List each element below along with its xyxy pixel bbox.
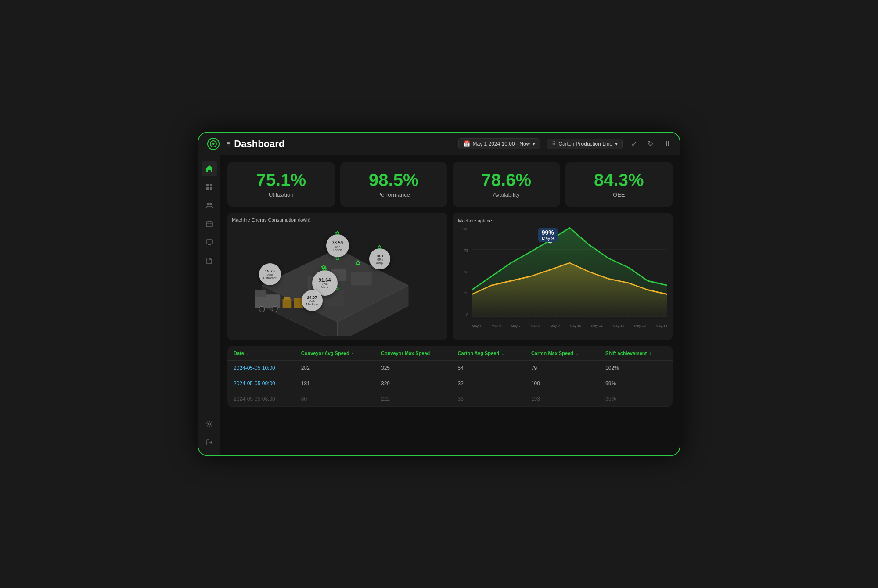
kpi-card-utilization: 75.1% Utilization bbox=[227, 162, 335, 207]
production-line-selector[interactable]: ⠿ Carton Production Line ▾ bbox=[547, 139, 623, 149]
x-label-0: May 5 bbox=[472, 324, 482, 328]
sidebar bbox=[198, 155, 220, 455]
machine5-label: Machine bbox=[306, 303, 318, 306]
svg-rect-24 bbox=[283, 299, 292, 308]
y-axis: 100 75 50 25 0 bbox=[458, 227, 470, 317]
tooltip-value: 99% bbox=[542, 229, 554, 236]
soap-spark-icon: ✿ bbox=[377, 244, 382, 251]
row2-date[interactable]: 2024-05-05 09:00 bbox=[227, 376, 295, 391]
pause-icon[interactable]: ⏸ bbox=[662, 138, 673, 150]
performance-label: Performance bbox=[378, 191, 410, 198]
kpi-card-availability: 78.6% Availability bbox=[453, 162, 560, 207]
row2-cart-avg: 32 bbox=[451, 376, 525, 391]
expand-icon[interactable]: ⤢ bbox=[630, 138, 639, 150]
row1-conv-avg: 282 bbox=[295, 361, 375, 376]
row1-shift: 102% bbox=[599, 361, 673, 376]
sidebar-item-files[interactable] bbox=[202, 253, 217, 269]
factory-floor-container: ✿ ✿ ✿ ✿ ✿ ✿ 78.59 kWh bbox=[232, 226, 443, 336]
carton-unit: kWh bbox=[335, 245, 341, 248]
carton-value: 78.59 bbox=[332, 240, 343, 245]
data-table: Date ↓ Conveyor Avg Speed · Conveyor Max… bbox=[227, 346, 673, 407]
svg-rect-11 bbox=[206, 240, 212, 244]
table-row: 2024-05-05 08:00 80 222 33 193 95% bbox=[227, 391, 673, 407]
x-axis: May 5 May 6 May 7 May 8 May 9 May 10 May… bbox=[472, 324, 667, 328]
table-row: 2024-05-05 09:00 181 329 32 100 99% bbox=[227, 376, 673, 391]
main-content: 75.1% Utilization 98.5% Performance 78.6… bbox=[220, 155, 680, 455]
svg-rect-4 bbox=[210, 187, 212, 190]
row3-date[interactable]: 2024-05-05 08:00 bbox=[227, 391, 295, 407]
bubble-carton: ✿ 78.59 kWh Carton bbox=[326, 234, 349, 257]
logo-area bbox=[205, 136, 221, 152]
sidebar-item-settings[interactable] bbox=[202, 416, 217, 432]
x-label-4: May 9 bbox=[550, 324, 560, 328]
oee-value: 84.3% bbox=[594, 171, 644, 189]
row2-shift: 99% bbox=[599, 376, 673, 391]
col-cart-avg[interactable]: Carton Avg Speed ↓ bbox=[451, 346, 525, 361]
svg-point-12 bbox=[208, 423, 210, 425]
production-line-label: Carton Production Line bbox=[558, 141, 612, 147]
refresh-icon[interactable]: ↻ bbox=[646, 138, 655, 150]
svg-point-22 bbox=[259, 306, 265, 312]
svg-point-5 bbox=[207, 203, 209, 205]
carton-label: Carton bbox=[333, 248, 342, 251]
uptime-svg bbox=[472, 227, 667, 317]
x-label-3: May 8 bbox=[531, 324, 540, 328]
sidebar-item-messages[interactable] bbox=[202, 234, 217, 250]
x-label-7: May 12 bbox=[613, 324, 624, 328]
svg-rect-25 bbox=[284, 297, 291, 299]
sidebar-item-home[interactable] bbox=[202, 161, 217, 176]
tooltip-date: May 9 bbox=[542, 236, 554, 241]
x-label-5: May 10 bbox=[570, 324, 581, 328]
data-table-card: Date ↓ Conveyor Avg Speed · Conveyor Max… bbox=[227, 346, 673, 407]
row1-cart-avg: 54 bbox=[451, 361, 525, 376]
device-frame: ≡ Dashboard 📅 May 1 2024 10:00 - Now ▾ ⠿… bbox=[198, 132, 680, 456]
svg-rect-1 bbox=[206, 184, 209, 186]
utilization-label: Utilization bbox=[269, 191, 293, 198]
sidebar-item-users[interactable] bbox=[202, 197, 217, 213]
row3-cart-avg: 33 bbox=[451, 391, 525, 407]
conveyor-label: Conveyor bbox=[263, 276, 277, 280]
sort-conv-avg-indicator: · bbox=[352, 351, 353, 356]
sort-cart-max-icon: ↓ bbox=[576, 351, 578, 356]
y-label-100: 100 bbox=[462, 227, 468, 231]
kpi-card-performance: 98.5% Performance bbox=[340, 162, 448, 207]
conveyor-unit: kWh bbox=[267, 273, 273, 276]
svg-point-23 bbox=[272, 306, 278, 312]
chart-tooltip: 99% May 9 bbox=[538, 228, 558, 242]
sidebar-item-grid[interactable] bbox=[202, 179, 217, 195]
sidebar-item-logout[interactable] bbox=[202, 434, 217, 450]
kpi-row: 75.1% Utilization 98.5% Performance 78.6… bbox=[227, 162, 673, 207]
soap-value: 16.1 bbox=[376, 254, 384, 258]
col-conv-max[interactable]: Conveyor Max Speed bbox=[375, 346, 452, 361]
availability-value: 78.6% bbox=[482, 171, 531, 189]
row3-cart-max: 193 bbox=[525, 391, 599, 407]
nav-controls: 📅 May 1 2024 10:00 - Now ▾ ⠿ Carton Prod… bbox=[458, 138, 673, 150]
mixer-unit: kWh bbox=[322, 283, 328, 286]
performance-value: 98.5% bbox=[369, 171, 418, 189]
sidebar-item-calendar[interactable] bbox=[202, 216, 217, 232]
nav-title: Dashboard bbox=[234, 138, 284, 150]
x-label-6: May 11 bbox=[591, 324, 603, 328]
col-shift[interactable]: Shift achievement ↓ bbox=[599, 346, 673, 361]
svg-rect-3 bbox=[206, 187, 209, 190]
col-cart-max[interactable]: Carton Max Speed ↓ bbox=[525, 346, 599, 361]
col-date[interactable]: Date ↓ bbox=[227, 346, 295, 361]
x-label-9: May 14 bbox=[656, 324, 667, 328]
svg-rect-18 bbox=[351, 272, 372, 285]
mixer-spark-icon: ✿ bbox=[322, 266, 327, 272]
top-nav: ≡ Dashboard 📅 May 1 2024 10:00 - Now ▾ ⠿… bbox=[198, 133, 680, 155]
date-chevron-icon: ▾ bbox=[533, 141, 535, 147]
machine5-value: 14.97 bbox=[307, 295, 317, 300]
hamburger-icon[interactable]: ≡ bbox=[227, 140, 230, 148]
col-conv-avg[interactable]: Conveyor Avg Speed · bbox=[295, 346, 375, 361]
machine5-unit: kWh bbox=[309, 300, 315, 303]
charts-row: Machine Energy Consumption (kWh) bbox=[227, 213, 673, 340]
bubble-conveyor: 15.76 kWh Conveyor bbox=[259, 263, 281, 285]
row3-conv-avg: 80 bbox=[295, 391, 375, 407]
x-label-1: May 6 bbox=[492, 324, 501, 328]
date-range-selector[interactable]: 📅 May 1 2024 10:00 - Now ▾ bbox=[458, 138, 540, 149]
utilization-value: 75.1% bbox=[256, 171, 306, 189]
carton-spark-icon: ✿ bbox=[335, 230, 340, 237]
row1-date[interactable]: 2024-05-05 10:00 bbox=[227, 361, 295, 376]
app-logo bbox=[207, 138, 220, 150]
